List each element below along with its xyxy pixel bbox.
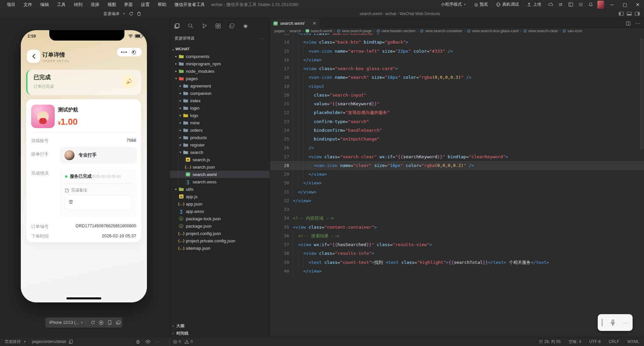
- cursor-position[interactable]: 行 28, 列 55: [539, 339, 560, 345]
- user-avatar[interactable]: [596, 0, 606, 9]
- tree-folder-agreement[interactable]: ▸agreement: [170, 82, 270, 90]
- player-pill[interactable]: 专业打手: [60, 147, 137, 164]
- page-path-label[interactable]: 页面路径: [5, 339, 21, 345]
- tree-file-app.wxss[interactable]: Ʒapp.wxss: [170, 208, 270, 215]
- tree-file-app.json[interactable]: {..}app.json: [170, 200, 270, 208]
- mode-selector[interactable]: 小程序模式▼: [437, 0, 470, 9]
- toggle-right-panel-icon[interactable]: [635, 11, 640, 16]
- tree-folder-miniprogram_npm[interactable]: ▸miniprogram_npm: [170, 60, 270, 67]
- more-icon[interactable]: ···: [623, 320, 629, 325]
- menu-item-9[interactable]: 帮助: [154, 0, 170, 9]
- tree-folder-orders[interactable]: ▸orders: [170, 126, 270, 134]
- breadcrumb-item-view.search-container[interactable]: view.search-container: [420, 29, 462, 33]
- code-line-39[interactable]: 39 <text class="count-text">找到 <text cla…: [270, 258, 644, 267]
- menu-item-6[interactable]: 视图: [103, 0, 120, 9]
- code-line-15[interactable]: 15 <van-icon name="arrow-left" size="22p…: [270, 47, 644, 56]
- back-button[interactable]: [27, 50, 40, 63]
- code-line-16[interactable]: 16 </view>: [270, 56, 644, 64]
- layout-icon[interactable]: [566, 0, 576, 9]
- code-line-40[interactable]: 40 </view>: [270, 267, 644, 276]
- tree-file-project.config.json[interactable]: {..}project.config.json: [170, 230, 270, 237]
- timeline-section[interactable]: › 时间线: [170, 330, 270, 337]
- breadcrumb-item-search.wxml[interactable]: <>search.wxml: [306, 29, 332, 33]
- source-control-icon[interactable]: [201, 22, 208, 30]
- switch-icon[interactable]: [555, 0, 566, 9]
- code-line-35[interactable]: 35<view class="content-container">: [270, 223, 644, 232]
- indent-setting[interactable]: 空格: 4: [569, 339, 581, 345]
- tree-file-project.private.config.json[interactable]: {..}project.private.config.json: [170, 237, 270, 244]
- tree-file-sitemap.json[interactable]: {..}sitemap.json: [170, 244, 270, 252]
- bell-icon[interactable]: [586, 0, 596, 9]
- cloud-icon[interactable]: [545, 0, 555, 9]
- tree-folder-logs[interactable]: ▸logs: [170, 112, 270, 119]
- chevron-down-icon[interactable]: ▼: [123, 12, 125, 15]
- menu-item-2[interactable]: 编辑: [36, 0, 53, 9]
- remote-debug-button[interactable]: 真机调试: [492, 0, 523, 9]
- code-line-32[interactable]: 32</view>: [270, 196, 644, 205]
- tree-file-search.js[interactable]: JSsearch.js: [170, 156, 270, 163]
- chevron-down-icon[interactable]: ▼: [80, 321, 83, 324]
- phone-mode-icon[interactable]: [105, 320, 114, 325]
- layers-icon[interactable]: [228, 22, 235, 30]
- teapot-icon[interactable]: [242, 22, 249, 30]
- multi-window-icon[interactable]: [114, 321, 122, 325]
- tree-folder-companion[interactable]: ▸companion: [170, 90, 270, 97]
- tree-folder-login[interactable]: ▸login: [170, 104, 270, 112]
- code-line-14[interactable]: 14 <view class="back-btn" bindtap="goBac…: [270, 38, 644, 47]
- tree-root-WCHAT[interactable]: ⌄WCHAT: [170, 45, 270, 53]
- code-line-29[interactable]: 29 </view>: [270, 170, 644, 179]
- breadcrumb-item-view.header-section[interactable]: view.header-section: [376, 29, 416, 33]
- home-icon[interactable]: [132, 50, 136, 54]
- more-actions-icon[interactable]: ···: [635, 20, 641, 26]
- upload-button[interactable]: 上传: [523, 0, 545, 9]
- stop-record-icon[interactable]: [97, 320, 105, 325]
- language-mode[interactable]: WXML: [627, 339, 639, 344]
- copy-icon[interactable]: [69, 340, 73, 344]
- menu-item-5[interactable]: 选择: [87, 0, 103, 9]
- recompile-button[interactable]: [129, 11, 133, 16]
- code-line-37[interactable]: 37 <view wx:if="{{hasSearched}}" class="…: [270, 240, 644, 249]
- menu-item-1[interactable]: 文件: [19, 0, 36, 9]
- breadcrumb-item-pages[interactable]: pages: [274, 29, 285, 33]
- menu-item-3[interactable]: 工具: [53, 0, 70, 9]
- tree-folder-mine[interactable]: ▸mine: [170, 119, 270, 126]
- eol-setting[interactable]: CRLF: [609, 339, 619, 344]
- chevron-down-icon[interactable]: ▼: [23, 340, 26, 343]
- code-line-21[interactable]: 21 value="{{searchKeyword}}": [270, 100, 644, 108]
- breadcrumb-item-van-icon[interactable]: van-icon: [562, 29, 582, 33]
- outline-section[interactable]: › 大纲: [170, 322, 270, 330]
- code-line-18[interactable]: 18 <van-icon name="search" size="18px" c…: [270, 73, 644, 82]
- encoding[interactable]: UTF-8: [589, 339, 601, 344]
- tree-file-package-lock.json[interactable]: npackage-lock.json: [170, 215, 270, 222]
- breadcrumb-item-search[interactable]: search: [289, 29, 301, 33]
- close-tab-icon[interactable]: ✕: [313, 21, 316, 26]
- menu-item-7[interactable]: 界面: [120, 0, 137, 9]
- breadcrumb-item-view.search-page[interactable]: view.search-page: [337, 29, 372, 33]
- compile-mode-selector[interactable]: 普通编译: [103, 11, 119, 17]
- search-icon[interactable]: [187, 22, 194, 30]
- bug-icon[interactable]: [136, 339, 141, 344]
- breadcrumb-item-view.search-clear[interactable]: view.search-clear: [523, 29, 558, 33]
- breadcrumb-item-view.search-box.glass-card[interactable]: view.search-box.glass-card: [467, 29, 519, 33]
- tree-folder-products[interactable]: ▸products: [170, 134, 270, 141]
- minimize-button[interactable]: ─: [606, 0, 619, 9]
- tree-folder-search[interactable]: ▾search: [170, 149, 270, 156]
- menu-icon[interactable]: [576, 0, 586, 9]
- tree-folder-components[interactable]: ▸components: [170, 53, 270, 60]
- extensions-icon[interactable]: [214, 22, 222, 30]
- tree-file-search.wxss[interactable]: Ʒsearch.wxss: [170, 178, 270, 185]
- code-line-26[interactable]: 26 />: [270, 143, 644, 152]
- toggle-left-panel-icon[interactable]: [619, 11, 624, 16]
- clear-cache-button[interactable]: [137, 11, 141, 16]
- code-line-13[interactable]: 13 <view class="search-container">: [270, 34, 644, 38]
- code-line-34[interactable]: 34<!-- 内容区域 -->: [270, 214, 644, 223]
- tree-folder-utils[interactable]: ▸utils: [170, 185, 270, 193]
- menu-item-0[interactable]: 项目: [3, 0, 19, 9]
- code-line-33[interactable]: 33: [270, 205, 644, 214]
- tree-file-package.json[interactable]: npackage.json: [170, 222, 270, 230]
- preview-button[interactable]: ◎ 预览: [470, 0, 492, 9]
- code-line-24[interactable]: 24 bindconfirm="handleSearch": [270, 126, 644, 135]
- tree-file-search.json[interactable]: {..}search.json: [170, 163, 270, 171]
- close-button[interactable]: ✕: [631, 0, 644, 9]
- code-line-22[interactable]: 22 placeholder="发现你感兴趣的服务": [270, 108, 644, 117]
